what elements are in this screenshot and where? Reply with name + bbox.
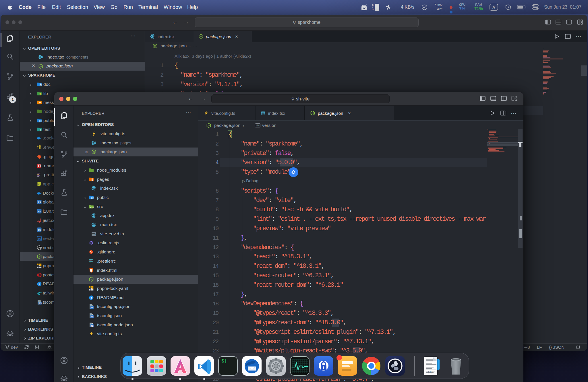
svg-text:TXT: TXT [428,370,434,374]
svg-text:TS: TS [38,237,41,240]
svg-text:JS: JS [93,151,95,153]
svg-text:TS: TS [38,302,42,305]
svg-text:JS: JS [154,45,156,47]
svg-text:TS: TS [90,324,94,327]
svg-text:TS: TS [38,201,41,204]
svg-text:JS: JS [312,112,314,115]
svg-text:</>: </> [90,206,94,208]
svg-text:JS: JS [38,255,41,258]
svg-text:TS: TS [38,210,41,213]
svg-text:JS: JS [208,124,210,127]
svg-text:JS: JS [200,35,202,38]
svg-text:JS: JS [90,278,93,281]
svg-text:TS: TS [92,233,96,236]
svg-text:JS: JS [40,65,42,68]
svg-text:TS: TS [90,315,94,318]
svg-text:TS: TS [38,228,41,231]
svg-text:TS: TS [90,306,94,309]
